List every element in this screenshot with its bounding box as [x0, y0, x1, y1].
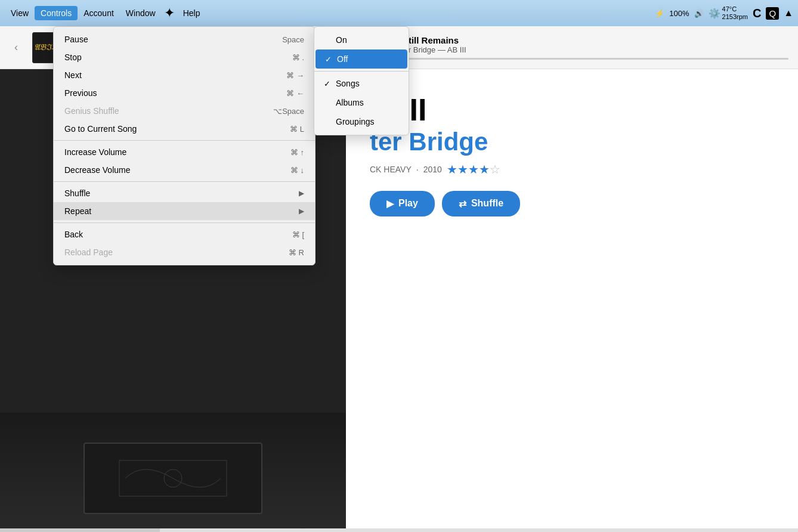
menu-window[interactable]: Window	[120, 6, 162, 20]
genius-shuffle-label: Genius Shuffle	[64, 106, 119, 116]
action-buttons: ▶ Play ⇄ Shuffle	[370, 191, 774, 216]
menu-item-increase-volume[interactable]: Increase Volume ⌘ ↑	[54, 143, 315, 161]
songs-check: ✓	[324, 79, 332, 88]
stars-empty: ☆	[490, 163, 500, 176]
stop-shortcut: ⌘ .	[292, 53, 304, 62]
repeat-groupings-label: Groupings	[336, 117, 375, 126]
play-button[interactable]: ▶ Play	[370, 191, 435, 216]
repeat-menu-label: Repeat	[64, 206, 91, 216]
repeat-songs[interactable]: ✓ Songs	[314, 74, 409, 93]
menu-item-repeat[interactable]: Repeat ▶	[54, 202, 315, 220]
menu-item-pause[interactable]: Pause Space	[54, 30, 315, 48]
next-shortcut: ⌘ →	[286, 71, 304, 80]
menu-item-stop[interactable]: Stop ⌘ .	[54, 48, 315, 66]
controls-dropdown: Pause Space Stop ⌘ . Next ⌘ → Previous ⌘…	[53, 26, 316, 265]
repeat-submenu: On ✓ Off ✓ Songs Albums Groupings	[314, 26, 409, 135]
repeat-on-label: On	[336, 35, 347, 45]
album-title: B III	[370, 93, 774, 127]
back-shortcut: ⌘ [	[292, 230, 304, 239]
genre-label: CK HEAVY	[370, 165, 412, 174]
repeat-arrow: ▶	[299, 207, 304, 215]
groupings-check	[324, 117, 332, 126]
increase-volume-label: Increase Volume	[64, 147, 126, 157]
menubar-right: ⚡ 100% 🔊 ⚙️ 47°C2153rpm C Q ▲	[655, 5, 793, 21]
repeat-songs-label: Songs	[336, 79, 360, 88]
menu-item-reload: Reload Page ⌘ R	[54, 243, 315, 261]
submenu-divider	[314, 71, 409, 72]
play-icon: ▶	[386, 198, 394, 209]
volume-icon: 🔊	[694, 9, 704, 18]
bottom-bar-fill	[0, 528, 160, 532]
on-check	[324, 36, 332, 45]
play-label: Play	[398, 198, 418, 209]
separator: ·	[416, 165, 419, 174]
shuffle-label: Shuffle	[471, 198, 503, 209]
star-rating[interactable]: ★★★★☆	[447, 162, 500, 177]
repeat-albums-label: Albums	[336, 98, 364, 107]
stop-label: Stop	[64, 52, 82, 62]
repeat-groupings[interactable]: Groupings	[314, 112, 409, 131]
divider-1	[54, 140, 315, 141]
shuffle-button[interactable]: ⇄ Shuffle	[442, 191, 520, 216]
menu-item-genius-shuffle: Genius Shuffle ⌥Space	[54, 102, 315, 120]
bottom-bar	[0, 528, 798, 532]
stars-filled: ★★★★	[447, 163, 490, 176]
off-check: ✓	[325, 55, 333, 64]
year-label: 2010	[423, 165, 442, 174]
shuffle-menu-label: Shuffle	[64, 188, 90, 198]
genius-shuffle-shortcut: ⌥Space	[273, 107, 304, 116]
right-content: B III ter Bridge CK HEAVY · 2010 ★★★★☆ ▶…	[346, 69, 798, 532]
repeat-on[interactable]: On	[314, 30, 409, 50]
menu-account[interactable]: Account	[78, 6, 120, 20]
decrease-volume-shortcut: ⌘ ↓	[290, 166, 304, 175]
go-current-shortcut: ⌘ L	[290, 125, 304, 134]
shuffle-icon: ⇄	[459, 198, 466, 209]
repeat-albums[interactable]: Albums	[314, 93, 409, 112]
increase-volume-shortcut: ⌘ ↑	[290, 148, 304, 157]
menu-item-next[interactable]: Next ⌘ →	[54, 66, 315, 84]
sidebar-toggle[interactable]: ‹	[10, 39, 23, 56]
menubar: View Controls Account Window ✦ Help ⚡ 10…	[0, 0, 798, 26]
next-label: Next	[64, 70, 82, 80]
menu-item-decrease-volume[interactable]: Decrease Volume ⌘ ↓	[54, 161, 315, 179]
album-meta: CK HEAVY · 2010 ★★★★☆	[370, 162, 774, 177]
c-icon: C	[753, 7, 761, 20]
shuffle-arrow: ▶	[299, 189, 304, 197]
artist-name: ter Bridge	[370, 127, 774, 157]
repeat-off[interactable]: ✓ Off	[316, 50, 407, 69]
divider-3	[54, 222, 315, 223]
menu-help[interactable]: Help	[177, 6, 206, 20]
reload-label: Reload Page	[64, 248, 113, 257]
albums-check	[324, 98, 332, 107]
menu-controls[interactable]: Controls	[35, 6, 78, 20]
battery-label: 100%	[669, 9, 689, 18]
triangle-icon: ▲	[784, 8, 793, 18]
pause-label: Pause	[64, 35, 88, 44]
repeat-off-label: Off	[337, 54, 348, 64]
album-ornament	[83, 443, 262, 514]
pause-shortcut: Space	[282, 35, 304, 44]
menu-item-go-current[interactable]: Go to Current Song ⌘ L	[54, 120, 315, 138]
menu-item-back[interactable]: Back ⌘ [	[54, 225, 315, 243]
previous-label: Previous	[64, 88, 97, 98]
go-current-label: Go to Current Song	[64, 124, 137, 134]
reload-shortcut: ⌘ R	[289, 248, 304, 257]
app-icon: ✦	[164, 5, 175, 21]
menu-item-previous[interactable]: Previous ⌘ ←	[54, 84, 315, 102]
decrease-volume-label: Decrease Volume	[64, 165, 131, 175]
divider-2	[54, 181, 315, 182]
q-icon: Q	[766, 7, 779, 20]
battery-icon: ⚡	[655, 9, 664, 18]
menu-view[interactable]: View	[5, 6, 35, 20]
previous-shortcut: ⌘ ←	[286, 89, 304, 98]
menu-item-shuffle[interactable]: Shuffle ▶	[54, 184, 315, 202]
system-monitor: ⚙️ 47°C2153rpm	[709, 5, 748, 21]
back-label: Back	[64, 230, 83, 239]
